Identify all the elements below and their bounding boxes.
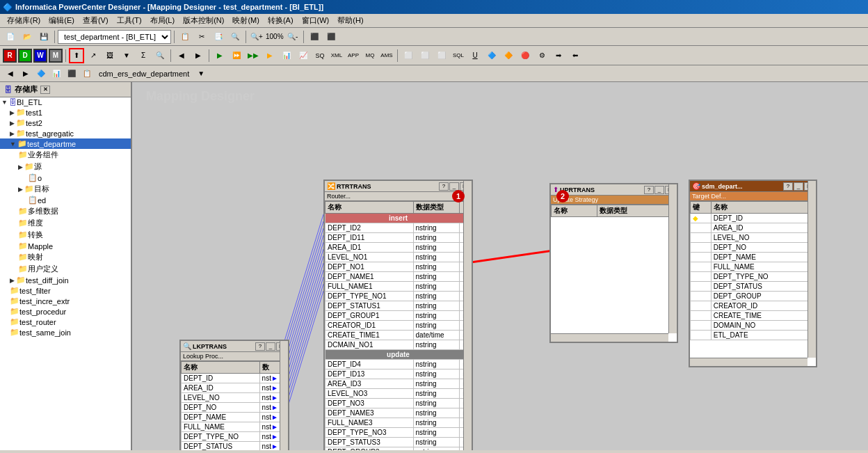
target-v-scroll[interactable] xyxy=(807,181,816,358)
tb-icon4[interactable]: ⚙ xyxy=(534,48,549,63)
tb-icon3[interactable]: 🔴 xyxy=(517,48,533,63)
target-min-btn[interactable]: _ xyxy=(794,182,803,191)
expand-bietl[interactable]: ▼ xyxy=(1,99,8,106)
tb-btn-b2[interactable]: ⬜ xyxy=(417,48,433,63)
tree-target-ed[interactable]: 📋 ed xyxy=(0,195,131,205)
tb-app[interactable]: APP xyxy=(346,48,361,63)
expand-test-departme[interactable]: ▼ xyxy=(10,141,16,148)
sidebar-close-btn[interactable]: ✕ xyxy=(40,86,50,94)
tb-green5[interactable]: 📊 xyxy=(279,48,294,63)
update-v-scroll[interactable] xyxy=(668,184,677,333)
M-btn[interactable]: M xyxy=(49,49,63,63)
search-btn[interactable]: 🔍 xyxy=(152,48,168,63)
tree-filter[interactable]: 📁 test_filter xyxy=(0,285,131,296)
tb-U[interactable]: U xyxy=(467,48,483,63)
tree-test1[interactable]: ▶ 📁 test1 xyxy=(0,107,131,118)
W-btn[interactable]: W xyxy=(33,49,47,63)
tree-diff-join[interactable]: ▶ 📁 test_diff_join xyxy=(0,275,131,285)
R-btn[interactable]: R xyxy=(3,49,17,63)
tree-same-join[interactable]: 📁 test_same_join xyxy=(0,327,131,337)
mapping-dropdown[interactable]: test_department - [BI_ETL] xyxy=(58,30,171,44)
transform-icon4[interactable]: 📋 xyxy=(79,66,95,81)
lookup-v-scroll[interactable] xyxy=(280,341,288,450)
tree-procedur[interactable]: 📁 test_procedur xyxy=(0,306,131,317)
menu-window[interactable]: 窗口(W) xyxy=(298,15,334,26)
router-min-btn[interactable]: _ xyxy=(449,182,459,191)
D-btn[interactable]: D xyxy=(18,49,32,63)
tb-btn-b3[interactable]: ⬜ xyxy=(434,48,449,63)
dropdown-arrow[interactable]: ▼ xyxy=(193,66,209,81)
expand-test1[interactable]: ▶ xyxy=(10,109,15,116)
prev-btn[interactable]: ◀ xyxy=(174,48,189,63)
menu-mapping[interactable]: 映射(M) xyxy=(228,15,264,26)
tb-btn-5[interactable]: ⬛ xyxy=(307,29,322,45)
tb-mq[interactable]: MQ xyxy=(362,48,378,63)
next-btn[interactable]: ▶ xyxy=(191,48,206,63)
tb-btn-1[interactable]: 📋 xyxy=(177,29,193,45)
target-h-scroll[interactable] xyxy=(690,358,807,366)
tb-sql1[interactable]: SQ xyxy=(312,48,328,63)
transform-icon1[interactable]: 🔷 xyxy=(33,66,49,81)
pointer-tool[interactable]: ⬆ xyxy=(69,48,84,63)
tb-icon5[interactable]: ➡ xyxy=(551,48,566,63)
tb-green3[interactable]: ▶▶ xyxy=(246,48,261,63)
expand-diff-join[interactable]: ▶ xyxy=(10,277,15,284)
nav-right[interactable]: ▶ xyxy=(18,66,33,81)
menu-repository[interactable]: 存储库(R) xyxy=(3,15,45,26)
tree-userdef[interactable]: 📁 用户定义 xyxy=(0,263,131,275)
open-btn[interactable]: 📂 xyxy=(19,29,35,45)
new-btn[interactable]: 📄 xyxy=(3,29,18,45)
expand-test-agregatic[interactable]: ▶ xyxy=(10,130,15,137)
update-help-btn[interactable]: ? xyxy=(644,186,654,194)
menu-tools[interactable]: 工具(T) xyxy=(113,15,146,26)
filter-btn[interactable]: ▼ xyxy=(119,48,134,63)
zoom-in-btn[interactable]: 🔍+ xyxy=(249,29,264,45)
tb-btn-3[interactable]: 📑 xyxy=(211,29,226,45)
router-help-btn[interactable]: ? xyxy=(439,182,449,191)
tree-source[interactable]: ▶ 📁 源 xyxy=(0,161,131,173)
tree-mapple[interactable]: 📁 Mapple xyxy=(0,241,131,251)
tb-green1[interactable]: ▶ xyxy=(212,48,227,63)
update-h-scroll[interactable] xyxy=(551,333,668,342)
icon-view-btn[interactable]: 🖼 xyxy=(102,48,118,63)
target-help-btn[interactable]: ? xyxy=(783,182,793,191)
tb-btn-6[interactable]: ⬛ xyxy=(323,29,339,45)
sigma-btn[interactable]: Σ xyxy=(136,48,151,63)
tb-ams[interactable]: AMS xyxy=(379,48,394,63)
tree-source-o[interactable]: 📋 o xyxy=(0,173,131,183)
tb-btn-4[interactable]: 🔍 xyxy=(227,29,243,45)
transform-icon2[interactable]: 📊 xyxy=(49,66,64,81)
router-trans-window[interactable]: 🔀 RTRTRANS ? _ □ Router... 名称数据类型 insert… xyxy=(323,180,473,450)
menu-edit[interactable]: 编辑(E) xyxy=(45,15,79,26)
zoom-out-btn[interactable]: 🔍- xyxy=(285,29,300,45)
tb-sql2[interactable]: SQL xyxy=(451,48,466,63)
menu-view[interactable]: 查看(V) xyxy=(79,15,113,26)
menu-transform[interactable]: 转换(A) xyxy=(264,15,298,26)
menu-layout[interactable]: 布局(L) xyxy=(146,15,179,26)
expand-target[interactable]: ▶ xyxy=(18,186,23,193)
tree-dimension[interactable]: 📁 维度 xyxy=(0,217,131,229)
tb-btn-b1[interactable]: ⬜ xyxy=(401,48,416,63)
nav-left[interactable]: ◀ xyxy=(3,66,18,81)
tree-incre-extr[interactable]: 📁 test_incre_extr xyxy=(0,296,131,306)
tree-test2[interactable]: ▶ 📁 test2 xyxy=(0,118,131,128)
tree-transform-folder[interactable]: 📁 转换 xyxy=(0,229,131,241)
canvas-area[interactable]: 1 2 Mapping Designer 🔍 LKPTRANS ? _ □ Lo… xyxy=(132,82,868,450)
lookup-help-btn[interactable]: ? xyxy=(255,342,265,351)
lookup-trans-window[interactable]: 🔍 LKPTRANS ? _ □ Lookup Proc... 名称数 DEPT… xyxy=(179,340,289,450)
transform-icon3[interactable]: ⬛ xyxy=(64,66,79,81)
tree-root-bietl[interactable]: ▼ 🗄 BI_ETL xyxy=(0,97,131,107)
tree-target[interactable]: ▶ 📁 目标 xyxy=(0,183,131,195)
target-def-window[interactable]: 🎯 sdm_depart... ? _ □ Target Def... 键名称 … xyxy=(689,180,817,367)
tree-test-departme[interactable]: ▼ 📁 test_departme xyxy=(0,138,131,149)
tree-router[interactable]: 📁 test_router xyxy=(0,317,131,327)
tb-green2[interactable]: ⏩ xyxy=(229,48,244,63)
menu-help[interactable]: 帮助(H) xyxy=(333,15,367,26)
tb-green6[interactable]: 📈 xyxy=(296,48,311,63)
tree-multidim[interactable]: 📁 多维数据 xyxy=(0,205,131,217)
router-v-scroll[interactable] xyxy=(463,181,472,450)
update-min-btn[interactable]: _ xyxy=(654,186,664,194)
update-strategy-window[interactable]: ⬆ UPRTRANS ? _ □ Update Strategy 名称数据类型 xyxy=(549,183,678,343)
tb-green4[interactable]: ▶ xyxy=(262,48,278,63)
expand-source[interactable]: ▶ xyxy=(18,164,23,170)
